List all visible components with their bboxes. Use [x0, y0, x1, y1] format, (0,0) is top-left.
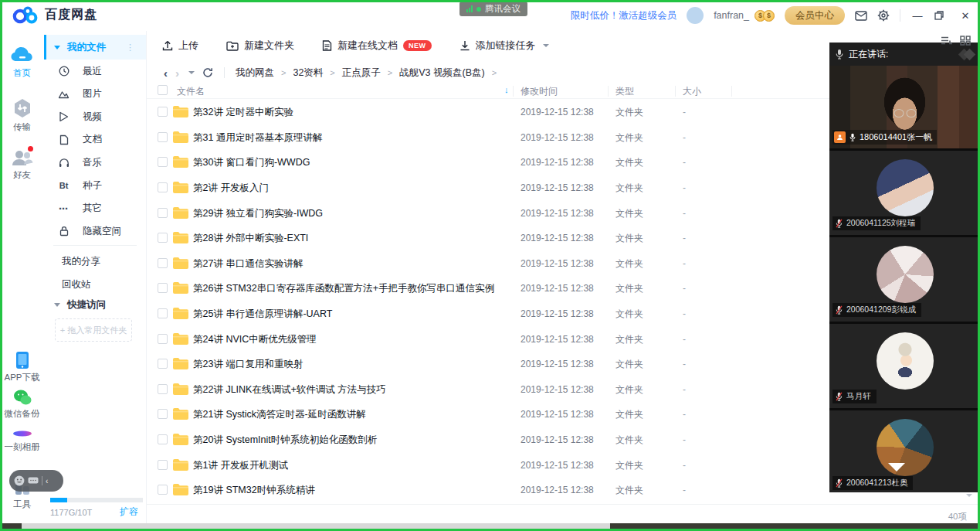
row-checkbox[interactable] — [158, 409, 168, 419]
transfer-icon — [12, 97, 33, 119]
coin-icon: $ — [763, 10, 775, 22]
list-view-icon[interactable] — [941, 36, 952, 46]
history-dropdown-icon[interactable] — [188, 71, 195, 74]
row-checkbox[interactable] — [158, 460, 168, 470]
new-folder-label: 新建文件夹 — [244, 39, 294, 53]
sort-descending-icon[interactable]: ↓ — [504, 85, 509, 94]
row-checkbox[interactable] — [158, 434, 168, 444]
rail-item-wechat-backup[interactable]: 微信备份 — [0, 390, 44, 420]
chevron-down-icon[interactable] — [966, 494, 972, 497]
file-name: 第20讲 SystemInit时钟系统初始化函数剖析 — [193, 434, 377, 447]
column-header-modified[interactable]: 修改时间 — [521, 85, 558, 98]
sidebar-item-others[interactable]: ⋯ 其它 — [44, 197, 146, 220]
rail-item-home[interactable]: 首页 — [0, 45, 44, 79]
select-all-checkbox[interactable] — [158, 85, 168, 95]
mail-icon[interactable] — [855, 11, 867, 21]
breadcrumb-separator: > — [388, 68, 392, 77]
rail-item-friends[interactable]: 好友 — [0, 148, 44, 181]
row-checkbox[interactable] — [158, 208, 168, 218]
sidebar-item-recycle-bin[interactable]: 回收站 — [44, 274, 146, 295]
row-checkbox[interactable] — [158, 308, 168, 318]
close-button[interactable]: ✕ — [958, 10, 972, 22]
sidebar-item-my-files[interactable]: 我的文件 ⋮ — [44, 35, 146, 60]
rail-item-photo-album[interactable]: 一刻相册 — [0, 428, 44, 453]
member-center-button[interactable]: 会员中心 — [785, 6, 845, 25]
participant-tile[interactable]: 2006041209彭锐成 — [829, 237, 980, 322]
username[interactable]: fanfran_ — [714, 10, 749, 21]
file-name: 第26讲 STM32串口寄存器库函数配置方法+手把手教你写串口通信实例 — [193, 282, 494, 295]
refresh-icon[interactable] — [202, 67, 213, 78]
rail-item-app-download[interactable]: APP下载 — [0, 351, 44, 383]
upload-label: 上传 — [178, 39, 198, 53]
music-icon — [58, 158, 70, 168]
rail-item-label: 一刻相册 — [0, 441, 44, 453]
coin-badges[interactable]: $ $ — [754, 10, 775, 22]
breadcrumb-item[interactable]: 战舰V3 视频盘(B盘) — [399, 66, 484, 80]
picture-icon — [58, 89, 70, 99]
meeting-status-pill[interactable]: 腾讯会议 — [459, 2, 527, 16]
breadcrumb-separator: > — [492, 68, 497, 77]
maximize-button[interactable] — [934, 11, 948, 20]
sidebar-item-documents[interactable]: 文档 — [44, 128, 146, 151]
folder-drop-zone[interactable]: + 拖入常用文件夹 — [55, 318, 132, 342]
participant-tile[interactable]: 2006041213杜奥 — [829, 410, 980, 492]
upload-button[interactable]: 上传 — [162, 39, 198, 53]
column-divider — [675, 86, 676, 97]
row-checkbox[interactable] — [158, 334, 168, 344]
windows-taskbar[interactable] — [0, 523, 980, 531]
member-promo-link[interactable]: 限时低价！激活超级会员 — [571, 9, 677, 22]
expand-storage-link[interactable]: 扩容 — [120, 505, 138, 519]
column-header-name[interactable]: 文件名 — [177, 85, 205, 98]
grid-view-icon[interactable] — [960, 36, 971, 46]
assistant-widget[interactable]: ‹ — [9, 470, 63, 492]
add-link-task-button[interactable]: 添加链接任务 — [459, 39, 549, 53]
column-header-size[interactable]: 大小 — [683, 85, 701, 98]
breadcrumb-item[interactable]: 我的网盘 — [236, 66, 274, 80]
back-button[interactable]: ‹ — [164, 66, 168, 80]
row-checkbox[interactable] — [158, 107, 168, 117]
speaker-name: 1806014401张一帆 — [860, 131, 932, 143]
storage-progress-bar — [50, 498, 143, 502]
participant-tile[interactable]: 2006041125刘程瑞 — [829, 151, 980, 235]
row-checkbox[interactable] — [158, 485, 168, 495]
more-icon: ⋯ — [58, 203, 70, 214]
new-online-doc-button[interactable]: 新建在线文档 NEW — [322, 39, 432, 53]
breadcrumb-item[interactable]: 32资料 — [293, 66, 323, 80]
sidebar-item-recent[interactable]: 最近 — [44, 60, 146, 83]
file-type: 文件夹 — [615, 358, 643, 371]
minimize-button[interactable]: — — [910, 10, 924, 22]
row-checkbox[interactable] — [158, 384, 168, 394]
sidebar-item-hidden-space[interactable]: 隐藏空间 — [44, 220, 146, 243]
chevron-down-icon — [543, 44, 549, 47]
row-checkbox[interactable] — [158, 132, 168, 142]
new-folder-button[interactable]: 新建文件夹 — [226, 39, 294, 53]
sidebar-item-music[interactable]: 音乐 — [44, 151, 146, 174]
muted-microphone-icon — [836, 392, 843, 401]
row-checkbox[interactable] — [158, 233, 168, 243]
scroll-down-arrow-icon[interactable] — [888, 463, 905, 471]
row-checkbox[interactable] — [158, 157, 168, 167]
forward-button[interactable]: › — [175, 66, 179, 80]
file-size: - — [683, 208, 686, 219]
user-avatar[interactable] — [687, 7, 704, 24]
sidebar-item-pictures[interactable]: 图片 — [44, 83, 146, 106]
participant-avatar — [877, 332, 934, 390]
row-checkbox[interactable] — [158, 182, 168, 192]
sidebar-item-quick-access[interactable]: 快捷访问 — [44, 294, 146, 315]
participant-tile[interactable]: 马月轩 — [829, 324, 980, 408]
row-checkbox[interactable] — [158, 359, 168, 369]
breadcrumb-item[interactable]: 正点原子 — [342, 66, 381, 80]
row-checkbox[interactable] — [158, 283, 168, 293]
collapse-chevron-icon[interactable]: ‹ — [46, 477, 48, 485]
taskbar-window-segment[interactable] — [22, 523, 610, 529]
gear-icon[interactable] — [877, 9, 890, 22]
app-window: 百度网盘 限时低价！激活超级会员 fanfran_ $ $ 会员中心 — ✕ — [0, 0, 980, 531]
kebab-menu-icon[interactable]: ⋮ — [126, 43, 135, 53]
row-checkbox[interactable] — [158, 258, 168, 268]
rail-item-transfer[interactable]: 传输 — [0, 97, 44, 133]
sidebar-item-my-shares[interactable]: 我的分享 — [44, 250, 146, 272]
sidebar-item-videos[interactable]: 视频 — [44, 105, 146, 128]
speaker-video-tile[interactable]: 1806014401张一帆 — [829, 66, 980, 148]
column-header-type[interactable]: 类型 — [615, 85, 634, 98]
sidebar-item-torrents[interactable]: Bt 种子 — [44, 174, 146, 197]
